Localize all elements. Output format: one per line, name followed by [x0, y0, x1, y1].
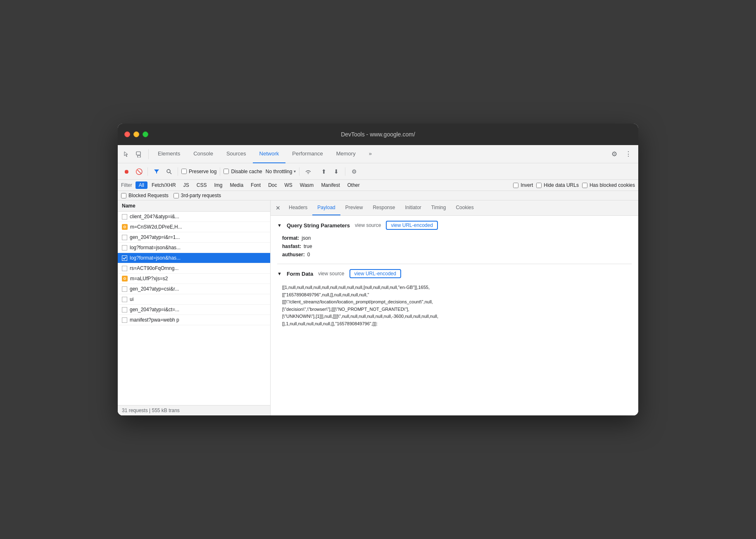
request-item-5[interactable]: rs=ACT90oFqOrnng... — [118, 263, 270, 274]
devtools-window: DevTools - www.google.com/ Elements — [118, 124, 638, 415]
req-checkbox-0[interactable] — [122, 214, 127, 219]
tab-elements[interactable]: Elements — [151, 145, 187, 163]
detail-tab-response[interactable]: Response — [368, 200, 400, 215]
tab-memory[interactable]: Memory — [330, 145, 362, 163]
throttling-selector[interactable]: No throttling — [266, 169, 292, 174]
filter-btn-ws[interactable]: WS — [281, 181, 295, 189]
main-toolbar: Elements Console Sources Network Perform… — [118, 145, 638, 163]
preserve-log-label[interactable]: Preserve log — [181, 169, 216, 174]
query-view-url-encoded-btn[interactable]: view URL-encoded — [386, 221, 437, 230]
settings-icon[interactable]: ⚙ — [609, 148, 620, 160]
filter-btn-img[interactable]: Img — [211, 181, 226, 189]
request-item-9[interactable]: gen_204?atyp=i&ct=... — [118, 305, 270, 315]
req-checkbox-2[interactable] — [122, 235, 127, 240]
device-icon[interactable] — [133, 148, 145, 160]
third-party-label[interactable]: 3rd-party requests — [174, 193, 221, 198]
filter-row: Filter All Fetch/XHR JS CSS Img Media Fo… — [118, 180, 638, 191]
request-item-8[interactable]: ui — [118, 294, 270, 305]
request-item-6[interactable]: ⊙ m=aLUfP?xjs=s2 — [118, 274, 270, 284]
has-blocked-cookies-label[interactable]: Has blocked cookies — [582, 182, 635, 188]
req-checkbox-7[interactable] — [122, 286, 127, 292]
filter-btn-media[interactable]: Media — [226, 181, 247, 189]
query-view-source-link[interactable]: view source — [355, 222, 381, 228]
right-panel: ✕ Headers Payload Preview Response Initi… — [271, 200, 638, 415]
filter-btn-fetch[interactable]: Fetch/XHR — [148, 181, 179, 189]
more-icon[interactable]: ⋮ — [623, 148, 634, 160]
tab-more[interactable]: » — [362, 145, 378, 163]
upload-icon[interactable]: ⬆ — [319, 166, 329, 177]
invert-checkbox[interactable] — [513, 183, 518, 188]
download-icon[interactable]: ⬇ — [331, 166, 342, 177]
param-value-format: json — [302, 235, 311, 241]
request-item-4[interactable]: log?format=json&has... — [118, 253, 270, 263]
req-checkbox-8[interactable] — [122, 297, 127, 302]
query-string-title: Query String Parameters — [287, 222, 350, 229]
filter-icon[interactable] — [151, 166, 162, 177]
maximize-button[interactable] — [143, 131, 148, 137]
filter-btn-other[interactable]: Other — [344, 181, 363, 189]
network-settings-icon[interactable]: ⚙ — [349, 166, 359, 177]
detail-tab-timing[interactable]: Timing — [426, 200, 451, 215]
tab-sources[interactable]: Sources — [220, 145, 253, 163]
network-toolbar: ⏺ 🚫 Preserve log Dis — [118, 163, 638, 180]
request-item-2[interactable]: gen_204?atyp=i&r=1... — [118, 232, 270, 243]
form-data-toggle[interactable]: ▼ — [277, 271, 282, 276]
detail-tab-cookies[interactable]: Cookies — [451, 200, 478, 215]
filter-btn-font[interactable]: Font — [247, 181, 264, 189]
param-key-hasfast: hasfast: — [282, 243, 301, 249]
filter-type-buttons: All Fetch/XHR JS CSS Img Media Font Doc … — [136, 181, 363, 189]
req-checkbox-3[interactable] — [122, 245, 127, 250]
blocked-requests-checkbox[interactable] — [121, 193, 126, 198]
blocked-requests-label[interactable]: Blocked Requests — [121, 193, 169, 198]
param-key-format: format: — [282, 235, 299, 241]
req-checkbox-5[interactable] — [122, 266, 127, 271]
close-button[interactable] — [124, 131, 130, 137]
cursor-icon[interactable] — [121, 148, 133, 160]
blocked-row: Blocked Requests 3rd-party requests — [118, 191, 638, 200]
request-item-10[interactable]: manifest?pwa=webh p — [118, 315, 270, 325]
preserve-log-checkbox[interactable] — [181, 169, 187, 174]
disable-cache-checkbox[interactable] — [223, 169, 229, 174]
main-content: Name client_204?&atyp=i&... ⊙ m=CnSW2d,D… — [118, 200, 638, 415]
filter-btn-css[interactable]: CSS — [193, 181, 210, 189]
minimize-button[interactable] — [133, 131, 139, 137]
tab-console[interactable]: Console — [187, 145, 220, 163]
form-view-url-encoded-btn[interactable]: view URL-encoded — [349, 269, 401, 278]
req-checkbox-9[interactable] — [122, 307, 127, 312]
invert-label[interactable]: Invert — [513, 182, 533, 188]
net-divider-4 — [299, 167, 300, 176]
req-name-9: gen_204?atyp=i&ct=... — [130, 307, 266, 312]
filter-btn-manifest[interactable]: Manifest — [318, 181, 343, 189]
detail-tab-preview[interactable]: Preview — [340, 200, 368, 215]
request-item-7[interactable]: gen_204?atyp=csi&r... — [118, 284, 270, 294]
third-party-checkbox[interactable] — [174, 193, 179, 198]
has-blocked-cookies-checkbox[interactable] — [582, 183, 587, 188]
disable-cache-label[interactable]: Disable cache — [223, 169, 262, 174]
req-checkbox-4[interactable] — [122, 255, 127, 261]
wifi-icon[interactable] — [303, 166, 314, 177]
query-string-toggle[interactable]: ▼ — [277, 223, 282, 228]
detail-tab-headers[interactable]: Headers — [284, 200, 312, 215]
detail-tab-payload[interactable]: Payload — [312, 200, 340, 215]
clear-icon[interactable]: 🚫 — [133, 166, 144, 177]
hide-data-urls-label[interactable]: Hide data URLs — [536, 182, 579, 188]
section-divider — [277, 264, 632, 264]
detail-close-button[interactable]: ✕ — [272, 200, 284, 215]
form-view-source-link[interactable]: view source — [318, 271, 344, 277]
throttle-chevron[interactable]: ▾ — [294, 169, 296, 174]
filter-btn-doc[interactable]: Doc — [265, 181, 280, 189]
request-item-1[interactable]: ⊙ m=CnSW2d,DPreE,H... — [118, 222, 270, 232]
search-icon[interactable] — [164, 166, 174, 177]
record-icon[interactable]: ⏺ — [121, 166, 132, 177]
filter-btn-all[interactable]: All — [136, 181, 147, 189]
request-item-0[interactable]: client_204?&atyp=i&... — [118, 212, 270, 222]
tab-performance[interactable]: Performance — [285, 145, 329, 163]
tab-network[interactable]: Network — [253, 145, 286, 163]
req-checkbox-10[interactable] — [122, 317, 127, 323]
hide-data-urls-checkbox[interactable] — [536, 183, 542, 188]
filter-btn-js[interactable]: JS — [180, 181, 193, 189]
net-divider-2 — [178, 167, 178, 176]
filter-btn-wasm[interactable]: Wasm — [297, 181, 317, 189]
request-item-3[interactable]: log?format=json&has... — [118, 243, 270, 253]
detail-tab-initiator[interactable]: Initiator — [400, 200, 426, 215]
